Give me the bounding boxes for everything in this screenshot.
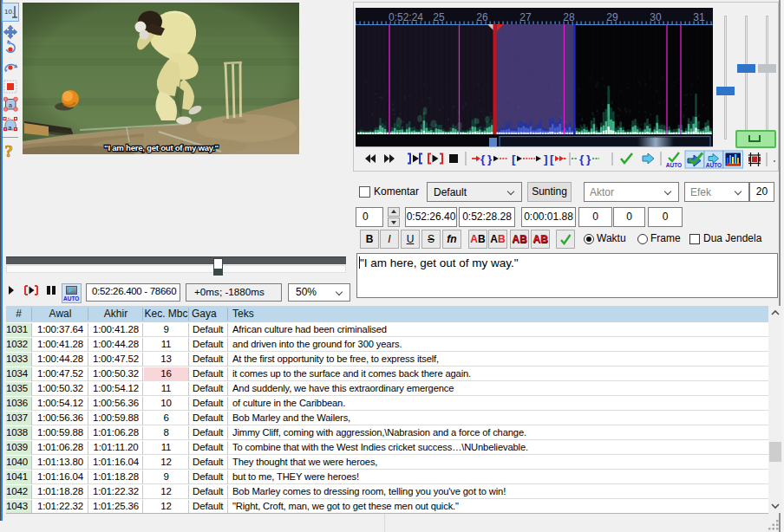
svg-text:"I am here, get out of my way.: "I am here, get out of my way."	[104, 143, 219, 152]
svg-text:{: {	[480, 152, 485, 165]
svg-text:27: 27	[519, 11, 532, 23]
svg-text:?: ?	[5, 142, 14, 160]
svg-text:26: 26	[476, 11, 488, 23]
svg-text:a: a	[9, 125, 12, 131]
svg-text:[: [	[550, 152, 554, 165]
svg-text:0:52:24: 0:52:24	[389, 11, 423, 23]
svg-text:AUTO: AUTO	[706, 162, 722, 168]
svg-text:28: 28	[563, 11, 575, 23]
svg-text:10.: 10.	[4, 8, 14, 16]
svg-text:[: [	[512, 152, 516, 165]
svg-text:]: ]	[544, 152, 548, 165]
svg-text:25: 25	[433, 11, 445, 23]
svg-text:29: 29	[606, 11, 618, 23]
svg-text:}: }	[487, 152, 493, 165]
svg-text:30: 30	[650, 11, 662, 23]
svg-text:AUTO: AUTO	[666, 162, 682, 168]
svg-text:}: }	[586, 152, 591, 165]
svg-text:a: a	[9, 102, 12, 108]
svg-text:{: {	[579, 152, 584, 165]
svg-text:31: 31	[693, 11, 705, 23]
